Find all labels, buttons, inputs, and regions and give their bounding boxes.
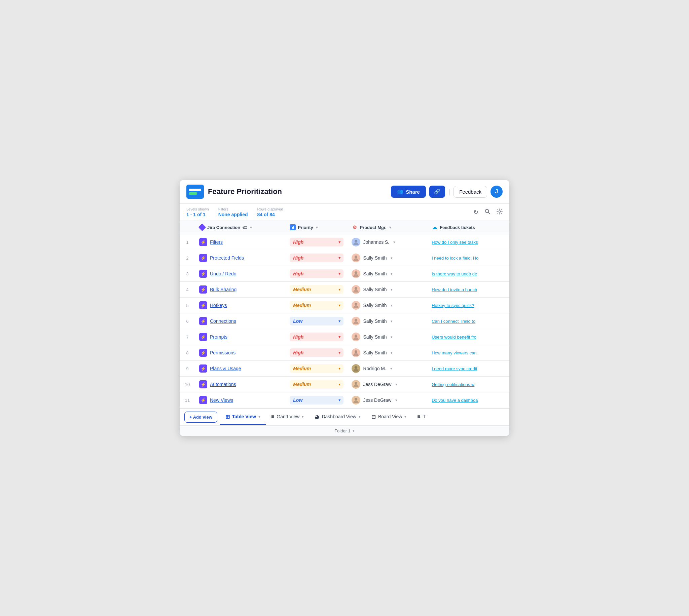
- feature-cell: ⚡ Plans & Usage: [195, 361, 286, 377]
- page-title: Feature Prioritization: [208, 187, 387, 196]
- manager-name: Sally Smith: [363, 303, 387, 308]
- manager-dropdown[interactable]: ▾: [391, 303, 393, 308]
- manager-dropdown[interactable]: ▾: [390, 367, 392, 371]
- manager-dropdown[interactable]: ▾: [391, 256, 393, 260]
- table-row: 5 ⚡ Hotkeys Medium ▾ Sally Smith ▾ Hotke…: [180, 298, 509, 313]
- feedback-button[interactable]: Feedback: [453, 186, 487, 198]
- share-button[interactable]: 👥 Share: [391, 185, 426, 198]
- priority-cell[interactable]: High ▾: [286, 234, 347, 250]
- manager-dropdown[interactable]: ▾: [393, 240, 395, 244]
- priority-cell[interactable]: Medium ▾: [286, 377, 347, 392]
- link-button[interactable]: 🔗: [429, 185, 445, 198]
- feature-name[interactable]: Hotkeys: [210, 303, 227, 308]
- col-priority[interactable]: Priority ▾: [286, 221, 347, 234]
- feedback-link[interactable]: Is there way to undo de: [432, 271, 492, 277]
- feedback-link[interactable]: How do I only see tasks: [432, 240, 492, 245]
- feature-cell: ⚡ Permissions: [195, 345, 286, 361]
- tab-table-view[interactable]: ⊞ Table View ▾: [220, 410, 266, 425]
- manager-dropdown[interactable]: ▾: [395, 382, 397, 387]
- svg-point-9: [354, 287, 357, 290]
- manager-avatar: [351, 301, 360, 310]
- priority-arrow: ▾: [338, 335, 340, 339]
- manager-name: Sally Smith: [363, 350, 387, 355]
- svg-rect-3: [291, 226, 295, 229]
- feedback-cell: Do you have a dashboa: [428, 392, 509, 408]
- manager-avatar: [351, 364, 360, 373]
- feedback-link[interactable]: Do you have a dashboa: [432, 398, 492, 403]
- feature-icon: ⚡: [199, 301, 207, 309]
- priority-cell[interactable]: Low ▾: [286, 392, 347, 408]
- manager-dropdown[interactable]: ▾: [391, 272, 393, 276]
- feature-name[interactable]: Connections: [210, 318, 236, 324]
- feature-name[interactable]: Automations: [210, 382, 236, 387]
- col-mgr[interactable]: ⚙ Product Mgr. ▾: [347, 221, 428, 234]
- feature-name[interactable]: Bulk Sharing: [210, 287, 237, 292]
- manager-avatar: [351, 269, 360, 278]
- priority-cell[interactable]: High ▾: [286, 329, 347, 345]
- feature-name[interactable]: Plans & Usage: [210, 366, 241, 371]
- feature-name[interactable]: Permissions: [210, 350, 236, 355]
- manager-cell: Jess DeGraw ▾: [347, 377, 428, 392]
- feature-cell: ⚡ Protected Fields: [195, 250, 286, 266]
- jira-icon: [199, 224, 205, 230]
- manager-dropdown[interactable]: ▾: [395, 398, 397, 402]
- dashboard-view-icon: ◕: [315, 414, 319, 420]
- svg-point-10: [354, 303, 357, 306]
- feature-name[interactable]: New Views: [210, 397, 233, 403]
- manager-dropdown[interactable]: ▾: [391, 335, 393, 339]
- priority-arrow: ▾: [338, 382, 340, 387]
- priority-cell[interactable]: High ▾: [286, 345, 347, 361]
- feedback-link[interactable]: Getting notifications w: [432, 382, 492, 387]
- priority-label: High: [293, 350, 303, 355]
- folder-label: Folder 1: [335, 428, 350, 434]
- avatar[interactable]: J: [491, 185, 503, 198]
- priority-cell[interactable]: High ▾: [286, 250, 347, 266]
- gantt-view-arrow: ▾: [302, 415, 304, 419]
- feedback-link[interactable]: How do I invite a bunch: [432, 287, 492, 292]
- tab-gantt-view[interactable]: ≡ Gantt View ▾: [266, 410, 309, 425]
- manager-dropdown[interactable]: ▾: [391, 319, 393, 324]
- priority-cell[interactable]: Low ▾: [286, 313, 347, 329]
- priority-cell[interactable]: Medium ▾: [286, 282, 347, 298]
- feedback-link[interactable]: Can I connect Trello to: [432, 319, 492, 324]
- feedback-link[interactable]: Users would benefit fro: [432, 334, 492, 339]
- feedback-link[interactable]: I need to lock a field. Ho: [432, 256, 492, 261]
- settings-button[interactable]: [497, 208, 503, 216]
- priority-cell[interactable]: Medium ▾: [286, 298, 347, 313]
- tab-extra-view[interactable]: ≡ T: [412, 410, 431, 425]
- svg-point-6: [354, 240, 357, 242]
- feature-icon: ⚡: [199, 365, 207, 373]
- manager-name: Jess DeGraw: [363, 397, 391, 403]
- feature-name[interactable]: Protected Fields: [210, 255, 244, 261]
- col-jira[interactable]: Jira Connection 🏷 ▾: [195, 221, 286, 234]
- add-view-button[interactable]: + Add view: [185, 412, 217, 423]
- col-feedback[interactable]: ☁ Feedback tickets: [428, 221, 509, 234]
- feedback-link[interactable]: Hotkey to sync quick?: [432, 303, 492, 308]
- manager-dropdown[interactable]: ▾: [391, 287, 393, 292]
- share-icon: 👥: [397, 189, 403, 195]
- feature-name[interactable]: Prompts: [210, 334, 228, 339]
- tab-dashboard-view[interactable]: ◕ Dashboard View ▾: [309, 410, 366, 425]
- main-table: Jira Connection 🏷 ▾ Priority ▾: [180, 221, 509, 408]
- manager-name: Sally Smith: [363, 255, 387, 261]
- feature-name[interactable]: Undo / Redo: [210, 271, 237, 277]
- priority-cell[interactable]: High ▾: [286, 266, 347, 282]
- manager-avatar: [351, 380, 360, 389]
- feedback-link[interactable]: How many viewers can: [432, 350, 492, 355]
- priority-label: High: [293, 271, 303, 277]
- svg-point-2: [499, 211, 501, 212]
- feature-name[interactable]: Filters: [210, 239, 223, 245]
- priority-label: High: [293, 334, 303, 339]
- refresh-button[interactable]: ↻: [473, 208, 478, 216]
- table-row: 2 ⚡ Protected Fields High ▾ Sally Smith …: [180, 250, 509, 266]
- priority-cell[interactable]: Medium ▾: [286, 361, 347, 377]
- row-num: 11: [180, 392, 195, 408]
- row-num: 6: [180, 313, 195, 329]
- tab-board-view[interactable]: ⊟ Board View ▾: [366, 410, 412, 425]
- search-button[interactable]: [485, 208, 491, 216]
- feedback-link[interactable]: I need more sync credit: [432, 366, 492, 371]
- feature-icon: ⚡: [199, 396, 207, 404]
- logo: [186, 184, 204, 199]
- toolbar-filters: Filters None applied: [218, 207, 248, 217]
- manager-dropdown[interactable]: ▾: [391, 351, 393, 355]
